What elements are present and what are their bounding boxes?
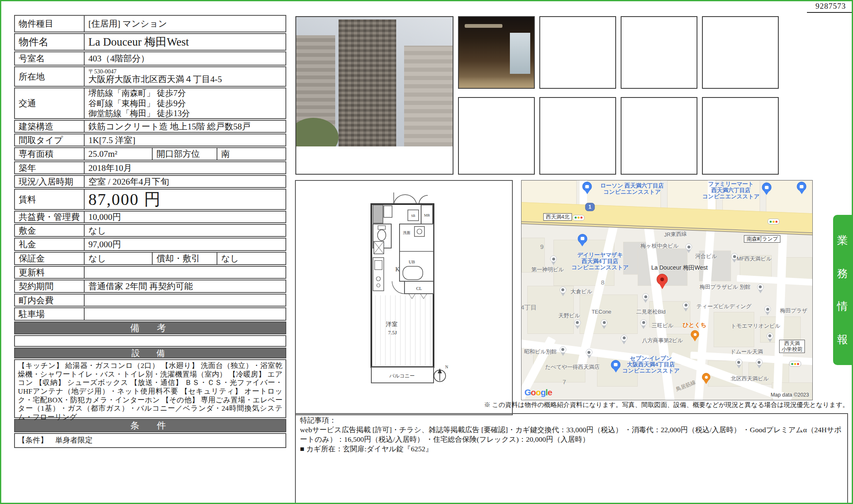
building-right	[404, 46, 453, 146]
row-label: 間取タイプ	[15, 134, 85, 146]
property-flyer-page: 9287573 物件種目 [住居用] マンション 物件名 La Douceur …	[0, 0, 853, 504]
row-value-2: 南	[217, 148, 285, 160]
row-label: 専有面積	[15, 148, 85, 160]
special-notes-title: 特記事項：	[300, 416, 843, 425]
map-label-line: 西天満	[782, 341, 802, 346]
map-label-line: 天野ビル	[558, 313, 580, 319]
postal-code: 〒530-0047	[88, 69, 117, 75]
map-label: 西天満小学校前	[779, 340, 805, 353]
google-logo-letter: o	[536, 387, 541, 397]
table-row-room-number: 号室名 403（4階部分）	[14, 51, 286, 66]
map-label-line: 第一神明ビル	[531, 267, 564, 273]
map-label: 梅ヶ枝中央ビル	[641, 243, 679, 249]
pin-head	[574, 319, 581, 326]
map-pin-orange	[702, 373, 710, 384]
map-label-line: コンビニエンスストア	[571, 264, 629, 270]
transport-line: 御堂筋線「梅田」 徒歩13分	[88, 108, 190, 118]
map-pin-gray	[621, 335, 627, 344]
number-underline	[807, 12, 852, 13]
pin-head	[560, 346, 566, 353]
row-label: 更新料	[15, 267, 85, 278]
photo-cell-empty	[702, 16, 779, 89]
pin-tail	[764, 191, 769, 195]
map-label: 7	[563, 379, 566, 386]
row-value: 25.07m²	[85, 148, 152, 160]
room-label: 洋室	[386, 321, 397, 327]
map-pin-blue	[578, 234, 587, 246]
property-table: 物件種目 [住居用] マンション 物件名 La Douceur 梅田West 号…	[14, 15, 286, 448]
table-row-key-money: 礼金 97,000円	[14, 238, 286, 251]
map-label: 西天満4北	[543, 213, 572, 221]
map-pin-gray	[767, 333, 773, 342]
map-label: デイリーヤマザキ西天満4丁目店コンビニエンスストア	[571, 252, 629, 270]
map-label: たべてや一得西天満店	[545, 364, 600, 370]
map-label-line: 西天満六丁目店	[702, 187, 760, 193]
map-label-line: 南森町ランプ	[746, 236, 778, 242]
table-row-built-year: 築年 2018年10月	[14, 161, 286, 174]
map-label-line: JR東西線	[664, 231, 687, 238]
floorplan-frame: バルコニー MB SB WC 洗面 UB	[295, 180, 513, 415]
google-logo-letter: e	[548, 387, 552, 397]
map-traffic-light-icon	[768, 219, 780, 224]
entrance-photo	[459, 17, 534, 88]
equipment-header: 設 備	[14, 348, 286, 358]
map-label-line: 昭和ビル別館	[524, 349, 557, 355]
map-label: 9	[540, 243, 543, 251]
map-pin-gray	[560, 287, 566, 296]
row-label: 号室名	[15, 52, 85, 65]
pin-head	[762, 183, 771, 192]
row-value: 空室 / 2026年4月下旬	[85, 176, 285, 187]
pin-head	[691, 330, 699, 338]
row-value-2: なし	[217, 253, 285, 264]
map-pin-red	[657, 274, 668, 289]
map-label-line: 西天満4北	[546, 214, 569, 220]
tab-char: 情	[837, 299, 848, 314]
business-info-tab[interactable]: 業務情報	[833, 215, 852, 365]
pin-tail	[737, 365, 741, 368]
photo-cell-empty	[539, 97, 616, 175]
map-pin-gray	[756, 359, 763, 368]
table-row-contract-period: 契約期間 普通借家 2年間 再契約可能	[14, 280, 286, 293]
map-label-line: 7	[563, 379, 566, 386]
map-label: 昭和ビル別館	[524, 349, 557, 355]
tab-char: 報	[837, 332, 848, 347]
pin-tail	[587, 355, 591, 358]
pin-tail	[765, 312, 770, 315]
table-row-occupancy: 現況/入居時期 空室 / 2026年4月下旬	[14, 175, 286, 188]
map-attribution: Map data ©2023	[770, 392, 809, 398]
equipment-body: 【キッチン】 給湯器・ガスコンロ（2口） 【水廻り】 洗面台（独立）・浴室乾燥機…	[14, 359, 286, 418]
row-value	[85, 295, 285, 306]
map-label: 梅田プラザビル 別館	[700, 284, 751, 290]
pin-head	[560, 287, 566, 293]
remarks-header: 備 考	[14, 321, 286, 334]
row-label: 交通	[15, 88, 85, 118]
map-label-line: コンビニエンスストア	[702, 193, 760, 200]
row-label: 共益費・管理費	[15, 212, 85, 222]
pin-tail	[757, 365, 761, 368]
map-label: 北区西天満ビル	[731, 376, 769, 382]
map-label-line: La Douceur 梅田West	[651, 265, 708, 271]
photo-cell-empty	[621, 97, 697, 175]
row-value: 1K[7.5 洋室]	[85, 134, 285, 146]
bath-label: UB	[409, 259, 415, 264]
map-pin-gray	[685, 243, 692, 253]
row-label: 敷金	[15, 225, 85, 236]
pin-head	[582, 182, 592, 191]
row-value: 97,000円	[85, 239, 285, 250]
pin-head	[657, 274, 668, 285]
pin-head	[756, 359, 763, 365]
map-label-line: 小学校前	[782, 346, 802, 352]
google-logo-letter: o	[531, 387, 536, 397]
table-row-structure: 建築構造 鉄筋コンクリート造 地上15階 総戸数58戸	[14, 120, 286, 133]
map-traffic-light-icon	[573, 215, 585, 221]
special-notes-body: webサービス広告掲載 [許可]・チラシ、雑誌等掲載広告 [要確認]・カギ鍵交換…	[300, 425, 843, 444]
map-label-line: トモエマリオンビル	[731, 323, 780, 329]
table-row-property-type: 物件種目 [住居用] マンション	[14, 15, 286, 32]
row-label: 物件種目	[15, 16, 85, 32]
floorplan-drawing: バルコニー MB SB WC 洗面 UB	[296, 181, 512, 414]
map-label: 第一神明ビル	[531, 267, 564, 273]
pin-head	[578, 234, 587, 243]
pin-tail	[799, 190, 804, 194]
pin-tail	[768, 339, 772, 342]
map-label-line: 8	[601, 279, 604, 286]
